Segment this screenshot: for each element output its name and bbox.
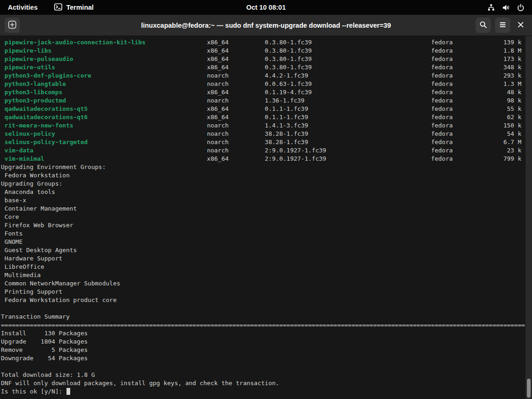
terminal-line: GNOME <box>1 238 532 246</box>
system-status-area[interactable] <box>487 4 525 12</box>
terminal-line: python3-productmd noarch 1.36-1.fc39 fed… <box>1 97 532 105</box>
terminal-line: Upgrade 1804 Packages <box>1 338 532 346</box>
package-name: qadwaitadecorations-qt5 <box>1 105 88 112</box>
terminal-line: Anaconda tools <box>1 188 532 196</box>
package-name: selinux-policy <box>1 130 55 137</box>
gnome-top-bar: Activities Terminal Oct 10 08:01 <box>0 0 532 15</box>
new-tab-button[interactable] <box>5 18 20 33</box>
package-details: x86_64 0.3.80-1.fc39 fedora 348 k <box>55 64 521 71</box>
package-details: noarch 38.28-1.fc39 fedora 54 k <box>55 130 521 137</box>
network-wired-icon <box>487 4 495 12</box>
search-icon <box>479 21 487 30</box>
package-details: x86_64 2:9.0.1927-1.fc39 fedora 799 k <box>44 155 521 162</box>
terminal-line: python3-libcomps x86_64 0.1.19-4.fc39 fe… <box>1 88 532 97</box>
package-details: noarch 4.4.2-1.fc39 fedora 293 k <box>91 72 521 79</box>
terminal-app-icon <box>54 3 62 12</box>
terminal-line: Guest Desktop Agents <box>1 246 532 254</box>
terminal-line: Multimedia <box>1 271 532 279</box>
search-button[interactable] <box>476 18 491 33</box>
terminal-line: pipewire-libs x86_64 0.3.80-1.fc39 fedor… <box>1 47 532 55</box>
package-details: x86_64 0.3.80-1.fc39 fedora 1.8 M <box>52 47 521 54</box>
terminal-line: pipewire-utils x86_64 0.3.80-1.fc39 fedo… <box>1 63 532 72</box>
terminal-line: Transaction Summary <box>1 313 532 321</box>
terminal-line: qadwaitadecorations-qt6 x86_64 0.1.1-1.f… <box>1 113 532 121</box>
terminal-line: LibreOffice <box>1 263 532 271</box>
confirm-prompt: Is this ok [y/N]: <box>1 388 66 395</box>
close-icon <box>517 21 524 30</box>
terminal-line: python3-dnf-plugins-core noarch 4.4.2-1.… <box>1 72 532 80</box>
package-details: noarch 38.28-1.fc39 fedora 6.7 M <box>88 139 521 145</box>
package-details: x86_64 0.3.80-1.fc39 fedora 173 k <box>73 55 522 62</box>
package-name: pipewire-jack-audio-connection-kit-libs <box>1 39 145 46</box>
package-details: noarch 1.36-1.fc39 fedora 98 k <box>66 97 521 104</box>
package-details: noarch 2:9.0.1927-1.fc39 fedora 23 k <box>33 147 521 154</box>
package-name: pipewire-utils <box>1 64 55 71</box>
terminal-line: Core <box>1 213 532 221</box>
package-details: x86_64 0.3.80-1.fc39 fedora 139 k <box>145 39 521 46</box>
focused-app-label: Terminal <box>66 4 93 11</box>
terminal-line: selinux-policy-targeted noarch 38.28-1.f… <box>1 138 532 146</box>
focused-app-menu[interactable]: Terminal <box>54 3 93 12</box>
new-tab-icon <box>8 20 17 30</box>
package-name: python3-libcomps <box>1 89 62 96</box>
terminal-line: base-x <box>1 196 532 205</box>
package-details: noarch 1.4.1-3.fc39 fedora 150 k <box>73 122 522 129</box>
package-name: vim-data <box>1 147 33 154</box>
power-icon <box>517 4 525 12</box>
terminal-line: Printing Support <box>1 288 532 296</box>
terminal-line: Install 130 Packages <box>1 329 532 338</box>
terminal-line: Fedora Workstation <box>1 171 532 180</box>
terminal-line: Fonts <box>1 230 532 238</box>
package-name: python3-langtable <box>1 80 66 87</box>
menu-button[interactable] <box>495 18 510 33</box>
terminal-line: python3-langtable noarch 0.0.63-1.fc39 f… <box>1 80 532 88</box>
terminal-line: Container Management <box>1 205 532 213</box>
terminal-line: Upgrading Environment Groups: <box>1 163 532 171</box>
package-details: x86_64 0.1.1-1.fc39 fedora 55 k <box>88 105 521 112</box>
terminal-line <box>1 363 532 371</box>
terminal-line: vim-data noarch 2:9.0.1927-1.fc39 fedora… <box>1 146 532 155</box>
terminal-line: pipewire-pulseaudio x86_64 0.3.80-1.fc39… <box>1 55 532 63</box>
package-details: x86_64 0.1.19-4.fc39 fedora 48 k <box>62 89 521 96</box>
terminal-line: rit-meera-new-fonts noarch 1.4.1-3.fc39 … <box>1 121 532 130</box>
package-name: selinux-policy-targeted <box>1 139 88 145</box>
activities-button[interactable]: Activities <box>8 4 37 11</box>
package-name: pipewire-libs <box>1 47 52 54</box>
close-button[interactable] <box>514 19 526 31</box>
package-name: rit-meera-new-fonts <box>1 122 73 129</box>
terminal-line: Downgrade 54 Packages <box>1 354 532 363</box>
package-name: python3-dnf-plugins-core <box>1 72 91 79</box>
scrollbar-thumb[interactable] <box>527 379 531 398</box>
package-details: x86_64 0.1.1-1.fc39 fedora 62 k <box>88 114 521 121</box>
terminal-line: Total download size: 1.8 G <box>1 371 532 379</box>
package-name: pipewire-pulseaudio <box>1 55 73 62</box>
terminal-line: Firefox Web Browser <box>1 221 532 230</box>
package-name: vim-minimal <box>1 155 44 162</box>
terminal-line: Upgrading Groups: <box>1 180 532 188</box>
package-details: noarch 0.0.63-1.fc39 fedora 1.3 M <box>66 80 521 87</box>
header-bar: linuxcapable@fedora:~ — sudo dnf system-… <box>0 15 532 36</box>
terminal-line: Is this ok [y/N]: <box>1 387 532 396</box>
package-name: python3-productmd <box>1 97 66 104</box>
package-name: qadwaitadecorations-qt6 <box>1 114 88 121</box>
terminal-line: DNF will only download packages, install… <box>1 379 532 387</box>
terminal-line <box>1 304 532 313</box>
terminal-line: selinux-policy noarch 38.28-1.fc39 fedor… <box>1 130 532 138</box>
terminal-viewport: pipewire-jack-audio-connection-kit-libs … <box>0 36 532 399</box>
terminal-line: pipewire-jack-audio-connection-kit-libs … <box>1 38 532 47</box>
terminal-output[interactable]: pipewire-jack-audio-connection-kit-libs … <box>0 36 532 396</box>
terminal-line: ========================================… <box>1 321 532 329</box>
volume-icon <box>502 4 510 12</box>
scrollbar-track[interactable] <box>526 36 532 399</box>
terminal-line: vim-minimal x86_64 2:9.0.1927-1.fc39 fed… <box>1 155 532 163</box>
terminal-line: Remove 5 Packages <box>1 346 532 354</box>
terminal-line: Hardware Support <box>1 254 532 263</box>
terminal-line: Fedora Workstation product core <box>1 296 532 304</box>
terminal-line: qadwaitadecorations-qt5 x86_64 0.1.1-1.f… <box>1 105 532 113</box>
console-window: linuxcapable@fedora:~ — sudo dnf system-… <box>0 15 532 399</box>
terminal-line: Common NetworkManager Submodules <box>1 279 532 288</box>
window-title: linuxcapable@fedora:~ — sudo dnf system-… <box>55 22 477 29</box>
terminal-cursor[interactable] <box>66 388 70 395</box>
hamburger-menu-icon <box>499 21 507 30</box>
